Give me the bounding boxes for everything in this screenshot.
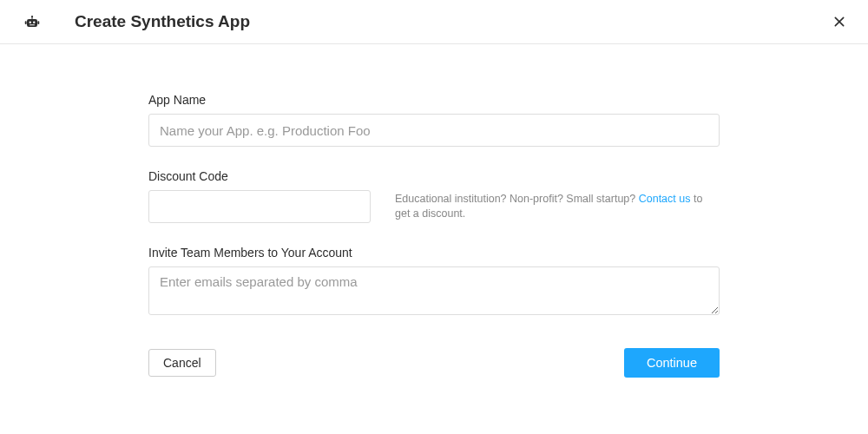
close-button[interactable] bbox=[832, 14, 847, 30]
form-content: App Name Discount Code Educational insti… bbox=[148, 44, 720, 378]
invite-emails-input[interactable] bbox=[148, 266, 720, 315]
svg-rect-2 bbox=[27, 19, 37, 27]
svg-rect-7 bbox=[37, 21, 39, 24]
cancel-button[interactable]: Cancel bbox=[148, 349, 216, 377]
close-icon bbox=[832, 15, 846, 29]
svg-rect-6 bbox=[25, 21, 27, 24]
discount-code-group: Discount Code Educational institution? N… bbox=[148, 169, 720, 223]
app-name-group: App Name bbox=[148, 93, 720, 147]
modal-header: Create Synthetics App bbox=[0, 0, 868, 44]
continue-button[interactable]: Continue bbox=[624, 348, 720, 378]
modal-title: Create Synthetics App bbox=[75, 12, 832, 31]
app-name-input[interactable] bbox=[148, 114, 720, 147]
discount-help-prefix: Educational institution? Non-profit? Sma… bbox=[395, 193, 639, 205]
svg-point-3 bbox=[30, 22, 31, 23]
invite-group: Invite Team Members to Your Account bbox=[148, 246, 720, 319]
svg-rect-1 bbox=[31, 17, 32, 19]
discount-code-input[interactable] bbox=[148, 190, 371, 223]
discount-code-label: Discount Code bbox=[148, 169, 720, 183]
svg-point-4 bbox=[33, 22, 35, 23]
invite-label: Invite Team Members to Your Account bbox=[148, 246, 720, 260]
svg-rect-5 bbox=[30, 24, 35, 25]
app-name-label: App Name bbox=[148, 93, 720, 107]
discount-help-text: Educational institution? Non-profit? Sma… bbox=[395, 190, 720, 221]
contact-us-link[interactable]: Contact us bbox=[639, 193, 691, 205]
robot-icon bbox=[24, 14, 40, 30]
button-row: Cancel Continue bbox=[148, 348, 720, 378]
discount-row: Educational institution? Non-profit? Sma… bbox=[148, 190, 720, 223]
